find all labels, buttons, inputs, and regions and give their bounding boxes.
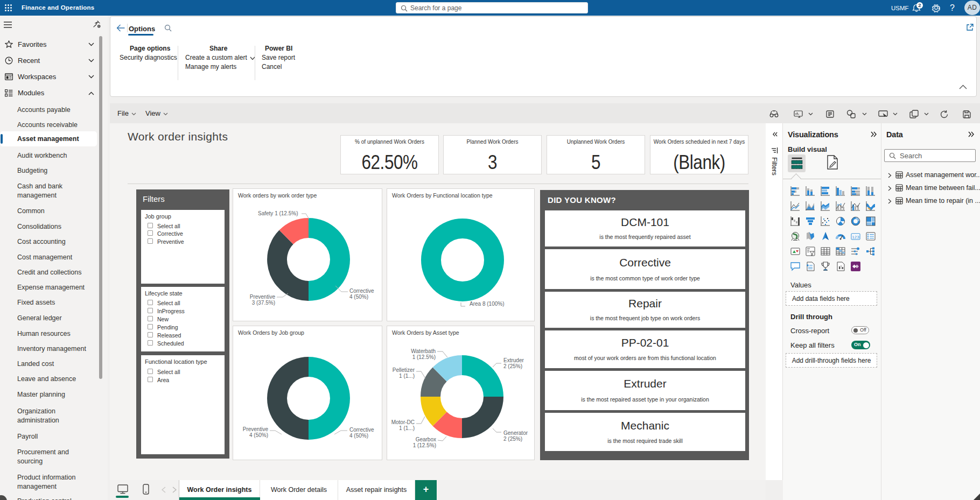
svg-text:123: 123 bbox=[852, 235, 859, 240]
